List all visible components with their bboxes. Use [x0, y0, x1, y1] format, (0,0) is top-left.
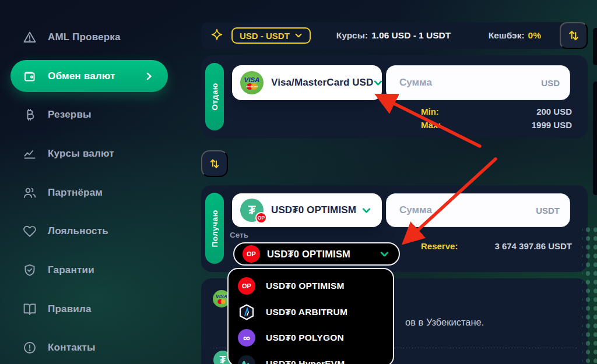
min-row: Min: 200 USD: [421, 107, 572, 116]
min-value: 200 USD: [536, 107, 572, 116]
usdt0-icon: ₮ OP: [240, 199, 264, 222]
sidebar-item-reserves[interactable]: Резервы: [10, 98, 168, 131]
sidebar-item-label: Обмен валют: [48, 70, 115, 82]
chart-icon: [22, 146, 37, 161]
sparkle-icon: [209, 28, 224, 43]
sidebar-item-rates[interactable]: Курсы валют: [10, 137, 168, 170]
network-label: Сеть: [230, 231, 248, 239]
heart-icon: [22, 224, 37, 239]
swap-pairs-button[interactable]: [201, 150, 228, 177]
receive-amount-field: USDT: [386, 193, 570, 227]
chevron-down-icon: [380, 249, 389, 259]
receive-currency-suffix: USDT: [536, 206, 560, 215]
rates-topbar: USD - USDT Курсы: 1.06 USD - 1 USDT Кешб…: [201, 22, 588, 49]
arbitrum-icon: [238, 303, 255, 321]
sidebar-item-label: Лояльность: [48, 225, 108, 237]
sidebar: AML Проверка Обмен валют Резервы Курсы в…: [0, 0, 198, 364]
max-value: 1999 USD: [532, 120, 572, 130]
info-circle-icon: [22, 340, 37, 355]
receive-side-label: Получаю: [210, 210, 219, 248]
rates-label: Курсы:: [336, 30, 368, 41]
menu-item-optimism[interactable]: OP USD₮0 OPTIMISM: [229, 273, 393, 299]
menu-item-label: USD₮0 ARBITRUM: [266, 307, 347, 317]
optimism-icon: OP: [238, 277, 255, 295]
main-content: USD - USDT Курсы: 1.06 USD - 1 USDT Кешб…: [201, 0, 588, 364]
menu-item-arbitrum[interactable]: USD₮0 ARBITRUM: [229, 299, 393, 326]
sidebar-item-exchange[interactable]: Обмен валют: [10, 60, 168, 93]
chevron-down-icon: [373, 78, 383, 88]
people-icon: [22, 185, 37, 200]
receive-panel: Получаю ₮ OP USD₮0 OPTIMISM USDT Сеть OP…: [201, 185, 588, 272]
svg-text:VISA: VISA: [216, 294, 227, 299]
min-label: Min:: [421, 107, 439, 116]
menu-item-label: USD₮0 OPTIMISM: [266, 281, 345, 291]
receive-side-pill: Получаю: [205, 193, 224, 264]
max-row: Max: 1999 USD: [421, 120, 572, 130]
give-side-label: Отдаю: [210, 83, 219, 111]
warning-triangle-icon: [22, 30, 37, 45]
give-amount-field: USD: [386, 65, 570, 100]
shield-check-icon: [22, 263, 37, 278]
scrollbar-thumb[interactable]: [593, 28, 597, 65]
optimism-badge-icon: OP: [255, 212, 267, 224]
reserve-label: Reserve:: [421, 241, 458, 251]
give-asset-name: Visa/MasterCard USD: [271, 77, 373, 89]
book-icon: [22, 302, 37, 317]
wallet-icon: [22, 69, 37, 84]
give-panel: Отдаю VISAMasterCard Visa/MasterCard USD…: [201, 55, 588, 138]
sidebar-item-label: Правила: [48, 303, 92, 315]
max-label: Max:: [421, 120, 441, 130]
reserve-value: 3 674 397.86 USDT: [494, 241, 572, 251]
sidebar-item-partners[interactable]: Партнёрам: [10, 176, 168, 209]
bitcoin-icon: [22, 107, 37, 122]
chevron-right-icon: [145, 72, 154, 81]
cashback-text: Кешбэк: 0%: [489, 22, 541, 49]
menu-item-label: USD₮0 POLYGON: [266, 333, 344, 343]
give-currency-suffix: USD: [541, 78, 560, 88]
give-side-pill: Отдаю: [205, 63, 224, 130]
receive-asset-select[interactable]: ₮ OP USD₮0 OPTIMISM: [232, 193, 382, 227]
sidebar-item-loyalty[interactable]: Лояльность: [10, 215, 168, 248]
sidebar-item-guarantees[interactable]: Гарантии: [10, 254, 168, 287]
sidebar-item-aml[interactable]: AML Проверка: [10, 21, 168, 54]
network-select[interactable]: OP USD₮0 OPTIMISM: [233, 242, 400, 266]
svg-text:MasterCard: MasterCard: [246, 86, 258, 88]
pair-label: USD - USDT: [240, 31, 290, 41]
menu-item-hyperevm[interactable]: USD₮0 HyperEVM: [229, 351, 393, 364]
menu-item-label: USD₮0 HyperEVM: [266, 359, 345, 364]
sidebar-item-label: Курсы валют: [48, 148, 114, 160]
rates-text: Курсы: 1.06 USD - 1 USDT: [312, 22, 475, 49]
sidebar-item-label: Партнёрам: [48, 187, 103, 199]
rates-value: 1.06 USD - 1 USDT: [371, 30, 451, 41]
chevron-down-icon: [294, 31, 303, 40]
pair-select-button[interactable]: USD - USDT: [231, 27, 311, 44]
optimism-icon: OP: [243, 245, 260, 263]
sidebar-item-label: Гарантии: [48, 264, 94, 276]
give-asset-select[interactable]: VISAMasterCard Visa/MasterCard USD: [232, 65, 382, 100]
cashback-value: 0%: [528, 30, 541, 41]
polygon-icon: ∞: [238, 329, 255, 347]
hyperevm-icon: [238, 355, 255, 364]
cashback-label: Кешбэк:: [489, 30, 525, 41]
visa-mastercard-icon: VISAMasterCard: [240, 71, 264, 94]
arrows-up-down-icon: [566, 28, 581, 43]
swap-direction-button[interactable]: [560, 22, 588, 49]
sidebar-item-label: AML Проверка: [48, 31, 121, 43]
receive-asset-name: USD₮0 OPTIMISM: [271, 204, 356, 216]
network-dropdown-menu: OP USD₮0 OPTIMISM USD₮0 ARBITRUM ∞ USD₮0…: [227, 268, 394, 364]
sidebar-item-contacts[interactable]: Контакты: [10, 331, 168, 364]
sidebar-item-label: Резервы: [48, 109, 92, 121]
info-text-fragment: ов в Узбекистане.: [405, 317, 484, 328]
arrows-up-down-icon: [208, 157, 222, 171]
chevron-down-icon: [361, 206, 371, 215]
menu-item-polygon[interactable]: ∞ USD₮0 POLYGON: [229, 325, 393, 351]
sidebar-item-label: Контакты: [48, 342, 96, 354]
sidebar-item-rules[interactable]: Правила: [10, 293, 168, 326]
reserve-row: Reserve: 3 674 397.86 USDT: [421, 241, 572, 251]
scrollbar-thumb[interactable]: [593, 82, 597, 195]
network-selected-name: USD₮0 OPTIMISM: [267, 249, 350, 260]
svg-text:VISA: VISA: [244, 76, 260, 83]
